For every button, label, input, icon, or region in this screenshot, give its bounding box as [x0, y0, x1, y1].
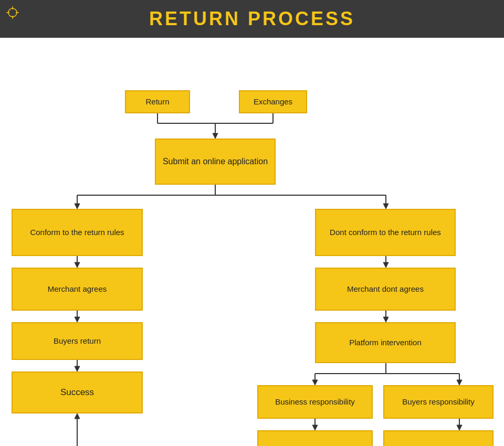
buyers-return-right-node: Buyers return: [257, 430, 373, 446]
svg-point-0: [8, 8, 17, 17]
conform-node: Conform to the return rules: [12, 209, 143, 256]
svg-marker-31: [457, 380, 462, 385]
svg-marker-9: [213, 133, 218, 139]
diagram-area: Return Exchanges Submit an online applic…: [0, 38, 504, 446]
page-header: RETURN PROCESS: [0, 0, 504, 38]
merchant-agrees-node: Merchant agrees: [12, 268, 143, 311]
svg-marker-13: [75, 204, 80, 209]
success-node: Success: [12, 371, 143, 413]
buyers-return-left-node: Buyers return: [12, 322, 143, 360]
buyers-resp-node: Buyers responsibility: [383, 385, 494, 419]
svg-marker-35: [457, 425, 462, 430]
failure-node: Failure: [383, 430, 494, 446]
svg-marker-29: [312, 380, 318, 385]
crosshair-icon: [6, 6, 19, 19]
svg-marker-17: [75, 262, 80, 268]
page-title: RETURN PROCESS: [149, 8, 355, 30]
svg-marker-21: [75, 366, 80, 371]
svg-marker-19: [75, 317, 80, 322]
submit-node: Submit an online application: [155, 139, 276, 185]
dont-conform-node: Dont conform to the return rules: [315, 209, 456, 256]
business-resp-node: Business responsibility: [257, 385, 373, 419]
exchanges-node: Exchanges: [239, 90, 307, 113]
svg-marker-33: [312, 425, 318, 430]
svg-marker-25: [383, 317, 388, 322]
svg-marker-15: [383, 204, 388, 209]
platform-node: Platform intervention: [315, 322, 456, 363]
merchant-dont-node: Merchant dont agrees: [315, 268, 456, 311]
svg-marker-23: [383, 262, 388, 268]
return-node: Return: [125, 90, 190, 113]
svg-marker-39: [75, 413, 80, 419]
